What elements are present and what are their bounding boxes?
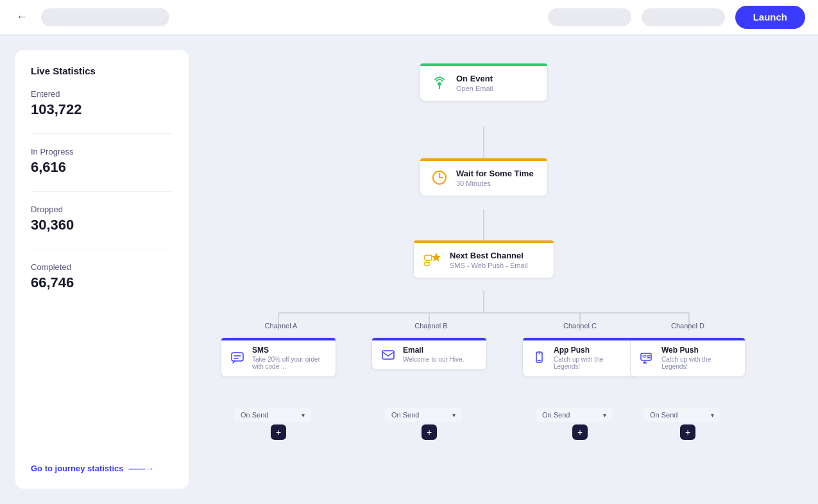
on-send-d-chevron-icon: ▾ [711,412,714,419]
on-send-b-text: On Send [391,411,450,419]
header-breadcrumb-pill [41,8,169,26]
header: ← Launch [0,0,818,35]
stat-inprogress-value: 6,616 [31,159,173,176]
on-send-a-chevron-icon: ▾ [302,412,305,419]
stat-inprogress-label: In Progress [31,147,173,156]
stat-completed-label: Completed [31,262,173,272]
channel-node-sms[interactable]: SMS Take 20% off your order with code ..… [221,337,336,377]
flow-canvas: On Event Open Email [201,50,803,489]
plus-btn-d[interactable]: + [680,424,695,440]
on-send-a-text: On Send [241,411,299,419]
channel-a-title: SMS [252,346,328,355]
svg-rect-17 [382,351,394,359]
channel-c-label: Channel C [522,319,638,331]
node-wait-sub: 30 Minutes [456,180,534,187]
wait-icon [429,167,450,188]
channel-node-web-push[interactable]: Web Push Catch up with the Legends! [630,337,746,377]
stat-completed-value: 66,746 [31,274,173,291]
channel-c-title: App Push [554,346,629,355]
plus-btn-a[interactable]: + [271,424,286,440]
stat-completed: Completed 66,746 [31,262,173,291]
channel-b-label-text: Channel B [414,322,447,330]
app-push-icon [531,349,547,366]
channel-b-title: Email [403,346,464,355]
go-journey-arrow-icon: ——→ [128,464,153,473]
go-journey-link[interactable]: Go to journey statistics ——→ [31,464,173,473]
channel-d-label: Channel D [630,319,746,331]
on-send-d-text: On Send [650,411,708,419]
stat-entered-value: 103,722 [31,101,173,118]
launch-button[interactable]: Launch [735,6,805,29]
channel-a-sub: Take 20% off your order with code ... [252,356,328,370]
channel-b-top-bar [372,338,486,340]
flow-nodes-container: On Event Open Email [201,50,803,489]
on-send-c-text: On Send [542,411,601,419]
node-nbc[interactable]: Next Best Channel SMS - Web Push - Email [413,240,554,278]
stat-entered: Entered 103,722 [31,89,173,118]
header-action-pill-2[interactable] [642,8,725,26]
svg-rect-22 [643,355,646,357]
main-content: Live Statistics Entered 103,722 In Progr… [0,35,818,504]
email-icon [380,346,396,363]
on-send-c-chevron-icon: ▾ [603,412,606,419]
node-on-event[interactable]: On Event Open Email [420,63,548,101]
node-top-bar-green [420,63,547,66]
channel-d-title: Web Push [661,346,737,355]
channel-a-label: Channel A [223,319,339,331]
node-nbc-sub: SMS - Web Push - Email [450,262,527,269]
svg-marker-15 [432,253,441,262]
channel-c-label-text: Channel C [563,322,597,330]
channel-a-top-bar [221,338,336,340]
channel-c-top-bar [523,338,637,340]
web-push-icon [638,349,655,366]
channel-a-label-text: Channel A [265,322,298,330]
node-wait[interactable]: Wait for Some Time 30 Minutes [420,158,548,196]
back-icon: ← [16,10,28,24]
node-event-title: On Event [456,74,493,83]
panel-title: Live Statistics [31,65,173,76]
node-top-bar-yellow [420,158,547,161]
stat-dropped-value: 30,360 [31,217,173,233]
svg-point-8 [438,82,441,86]
sms-icon [229,349,246,366]
node-event-sub: Open Email [456,85,493,92]
on-send-a[interactable]: On Send ▾ [234,408,311,422]
channel-c-sub: Catch up with the Legends! [554,356,629,370]
back-button[interactable]: ← [13,8,31,26]
svg-rect-14 [425,262,429,265]
plus-btn-c[interactable]: + [572,424,588,440]
channel-node-email[interactable]: Email Welcome to our Hive. [371,337,487,370]
on-send-b[interactable]: On Send ▾ [385,408,462,422]
on-send-c[interactable]: On Send ▾ [536,408,613,422]
header-action-pill-1[interactable] [548,8,631,26]
go-journey-text: Go to journey statistics [31,464,123,473]
channel-d-top-bar [631,338,745,340]
node-nbc-title: Next Best Channel [450,251,527,260]
channel-b-sub: Welcome to our Hive. [403,356,464,363]
stat-dropped-label: Dropped [31,205,173,214]
on-send-d[interactable]: On Send ▾ [643,408,720,422]
channel-b-label: Channel B [373,319,489,331]
channel-d-sub: Catch up with the Legends! [661,356,737,370]
node-wait-title: Wait for Some Time [456,169,534,178]
plus-btn-b[interactable]: + [422,424,437,440]
live-statistics-panel: Live Statistics Entered 103,722 In Progr… [15,50,189,489]
stat-entered-label: Entered [31,89,173,99]
nbc-icon [423,249,443,270]
channel-d-label-text: Channel D [671,322,704,330]
stat-in-progress: In Progress 6,616 [31,147,173,176]
event-icon [429,72,450,93]
node-top-bar-orange [414,240,554,243]
stat-dropped: Dropped 30,360 [31,205,173,233]
svg-rect-16 [232,353,243,361]
svg-rect-13 [425,255,432,260]
channel-node-app-push[interactable]: App Push Catch up with the Legends! [522,337,638,377]
on-send-b-chevron-icon: ▾ [452,412,456,419]
